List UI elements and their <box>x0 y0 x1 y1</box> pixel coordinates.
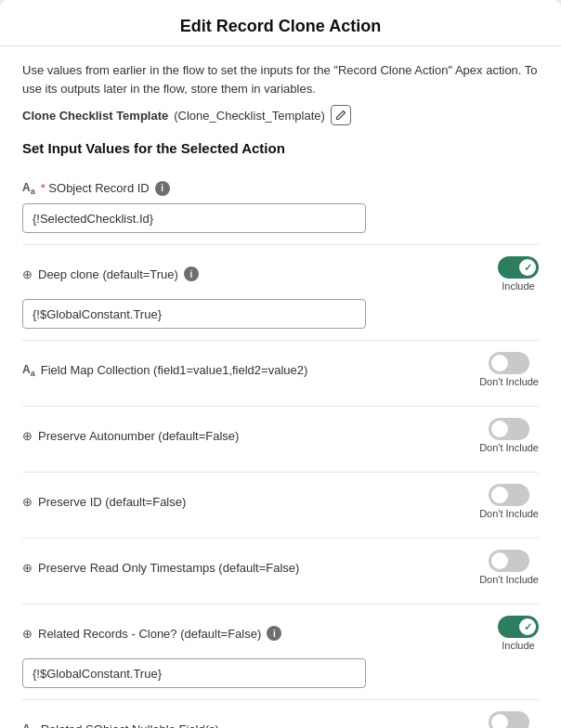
toggle-knob-preserve-id <box>491 487 508 503</box>
toggle-group-related-records-clone: ✓Include <box>498 616 539 651</box>
field-row-preserve-id: ⊕Preserve ID (default=False)Don't Includ… <box>22 473 539 539</box>
toggle-knob-preserve-autonumber <box>491 421 508 437</box>
toggle-label-preserve-read-only-timestamps: Don't Include <box>479 574 539 585</box>
toggle-preserve-autonumber[interactable] <box>489 418 529 440</box>
modal-header: Edit Record Clone Action <box>0 0 561 46</box>
field-label-group-preserve-read-only-timestamps: ⊕Preserve Read Only Timestamps (default=… <box>22 561 299 575</box>
field-type-icon-sobject-record-id: Aa <box>22 180 35 196</box>
toggle-field-map-collection[interactable] <box>489 352 529 374</box>
field-header-preserve-read-only-timestamps: ⊕Preserve Read Only Timestamps (default=… <box>22 550 539 585</box>
field-header-field-map-collection: AaField Map Collection (field1=value1,fi… <box>22 352 539 387</box>
field-type-icon-field-map-collection: Aa <box>22 362 35 378</box>
toggle-group-preserve-read-only-timestamps: Don't Include <box>479 550 539 585</box>
toggle-knob-preserve-read-only-timestamps <box>491 552 508 569</box>
toggle-label-deep-clone: Include <box>502 280 534 292</box>
field-header-related-sobject-nullable: AaRelated SObject Nullable Field(s)Don't… <box>22 711 539 728</box>
field-header-preserve-id: ⊕Preserve ID (default=False)Don't Includ… <box>22 484 539 519</box>
field-row-field-map-collection: AaField Map Collection (field1=value1,fi… <box>22 341 539 407</box>
toggle-label-field-map-collection: Don't Include <box>479 376 539 387</box>
field-row-sobject-record-id: Aa* SObject Record IDi <box>22 169 539 245</box>
field-row-preserve-autonumber: ⊕Preserve Autonumber (default=False)Don'… <box>22 407 539 473</box>
field-label-group-preserve-id: ⊕Preserve ID (default=False) <box>22 495 186 509</box>
modal-title: Edit Record Clone Action <box>22 17 539 36</box>
toggle-label-preserve-id: Don't Include <box>479 508 539 519</box>
field-header-sobject-record-id: Aa* SObject Record IDi <box>22 180 539 196</box>
toggle-group-preserve-id: Don't Include <box>479 484 539 519</box>
section-title: Set Input Values for the Selected Action <box>22 140 539 156</box>
toggle-deep-clone[interactable]: ✓ <box>498 256 539 279</box>
field-type-icon-preserve-read-only-timestamps: ⊕ <box>22 561 33 575</box>
info-icon-deep-clone[interactable]: i <box>184 266 199 281</box>
fields-container: Aa* SObject Record IDi⊕Deep clone (defau… <box>22 169 539 728</box>
field-type-icon-preserve-id: ⊕ <box>22 495 33 509</box>
field-label-preserve-autonumber: Preserve Autonumber (default=False) <box>38 429 239 443</box>
field-label-sobject-record-id: * SObject Record ID <box>41 181 150 195</box>
action-title-bold: Clone Checklist Template <box>22 109 168 123</box>
field-label-group-sobject-record-id: Aa* SObject Record IDi <box>22 180 170 196</box>
field-label-preserve-id: Preserve ID (default=False) <box>38 495 186 509</box>
field-header-related-records-clone: ⊕Related Records - Clone? (default=False… <box>22 616 539 651</box>
toggle-preserve-read-only-timestamps[interactable] <box>489 550 529 572</box>
field-label-related-records-clone: Related Records - Clone? (default=False) <box>38 627 261 641</box>
field-input-deep-clone[interactable] <box>22 299 366 329</box>
edit-action-button[interactable] <box>331 105 351 125</box>
field-input-related-records-clone[interactable] <box>22 658 366 688</box>
field-label-group-related-records-clone: ⊕Related Records - Clone? (default=False… <box>22 626 281 641</box>
info-icon-sobject-record-id[interactable]: i <box>155 181 170 196</box>
field-header-deep-clone: ⊕Deep clone (default=True)i✓Include <box>22 256 539 292</box>
toggle-preserve-id[interactable] <box>489 484 529 506</box>
field-type-icon-related-records-clone: ⊕ <box>22 627 33 641</box>
field-type-icon-preserve-autonumber: ⊕ <box>22 429 33 443</box>
field-row-related-sobject-nullable: AaRelated SObject Nullable Field(s)Don't… <box>22 700 539 728</box>
field-label-group-deep-clone: ⊕Deep clone (default=True)i <box>22 266 199 281</box>
toggle-related-sobject-nullable[interactable] <box>489 711 529 728</box>
toggle-label-related-records-clone: Include <box>502 640 534 651</box>
field-label-deep-clone: Deep clone (default=True) <box>38 267 178 281</box>
field-label-group-field-map-collection: AaField Map Collection (field1=value1,fi… <box>22 362 307 378</box>
field-label-group-related-sobject-nullable: AaRelated SObject Nullable Field(s) <box>22 722 219 728</box>
toggle-group-preserve-autonumber: Don't Include <box>479 418 539 453</box>
field-label-related-sobject-nullable: Related SObject Nullable Field(s) <box>41 722 219 728</box>
toggle-knob-deep-clone: ✓ <box>519 259 536 276</box>
field-label-field-map-collection: Field Map Collection (field1=value1,fiel… <box>41 363 308 377</box>
info-icon-related-records-clone[interactable]: i <box>267 626 281 641</box>
toggle-group-deep-clone: ✓Include <box>498 256 539 292</box>
field-row-preserve-read-only-timestamps: ⊕Preserve Read Only Timestamps (default=… <box>22 539 539 604</box>
action-title-parens: (Clone_Checklist_Template) <box>174 109 325 123</box>
toggle-knob-related-sobject-nullable <box>491 714 508 728</box>
toggle-related-records-clone[interactable]: ✓ <box>498 616 539 638</box>
toggle-knob-related-records-clone: ✓ <box>519 618 536 635</box>
description-text: Use values from earlier in the flow to s… <box>22 61 539 98</box>
field-input-sobject-record-id[interactable] <box>22 203 366 233</box>
toggle-label-preserve-autonumber: Don't Include <box>479 442 539 453</box>
modal-body: Use values from earlier in the flow to s… <box>0 46 561 728</box>
toggle-group-related-sobject-nullable: Don't Include <box>479 711 539 728</box>
field-label-preserve-read-only-timestamps: Preserve Read Only Timestamps (default=F… <box>38 561 299 575</box>
action-title-row: Clone Checklist Template (Clone_Checklis… <box>22 105 539 125</box>
field-row-deep-clone: ⊕Deep clone (default=True)i✓Include <box>22 245 539 341</box>
field-label-group-preserve-autonumber: ⊕Preserve Autonumber (default=False) <box>22 429 239 443</box>
field-type-icon-related-sobject-nullable: Aa <box>22 722 35 728</box>
edit-record-clone-modal: Edit Record Clone Action Use values from… <box>0 0 561 728</box>
field-type-icon-deep-clone: ⊕ <box>22 267 33 281</box>
toggle-group-field-map-collection: Don't Include <box>479 352 539 387</box>
toggle-knob-field-map-collection <box>491 355 508 371</box>
field-row-related-records-clone: ⊕Related Records - Clone? (default=False… <box>22 604 539 700</box>
field-header-preserve-autonumber: ⊕Preserve Autonumber (default=False)Don'… <box>22 418 539 453</box>
